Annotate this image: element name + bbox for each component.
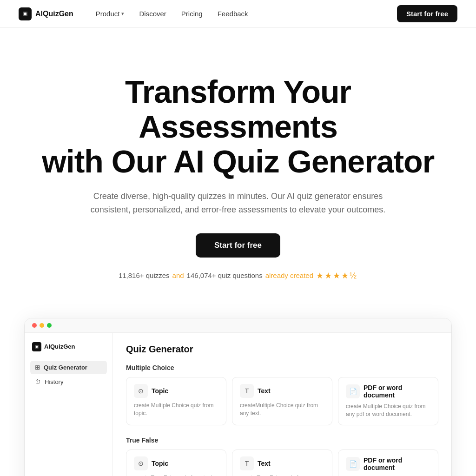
mc-pdf-title: PDF or word document [364, 384, 430, 399]
tf-topic-card[interactable]: ⊙ Topic create True False quiz from topi… [126, 450, 226, 476]
tf-pdf-card[interactable]: 📄 PDF or word document create True False… [338, 450, 438, 476]
stats-suffix: already created [265, 271, 313, 279]
logo[interactable]: AIQuizGen [19, 7, 73, 20]
logo-icon [19, 7, 32, 20]
app-sidebar: AIQuizGen ⊞ Quiz Generator ⏱ History [25, 333, 113, 476]
nav-discover[interactable]: Discover [133, 7, 172, 20]
hero-cta-button[interactable]: Start for free [196, 233, 280, 258]
nav-pricing[interactable]: Pricing [176, 7, 208, 20]
window-minimize-dot [40, 323, 44, 328]
nav-cta-button[interactable]: Start for free [397, 5, 457, 22]
tf-text-title: Text [258, 460, 271, 467]
mc-topic-card[interactable]: ⊙ Topic create Multiple Choice quiz from… [126, 377, 226, 425]
tf-text-card[interactable]: T Text create True False quiz from any t… [232, 450, 332, 476]
clock-icon: ⏱ [35, 378, 41, 385]
window-close-dot [32, 323, 37, 328]
nav-feedback[interactable]: Feedback [212, 7, 254, 20]
mc-text-desc: createMultiple Choice quiz from any text… [240, 402, 324, 417]
app-mockup: AIQuizGen ⊞ Quiz Generator ⏱ History Qui… [24, 318, 452, 476]
mc-topic-desc: create Multiple Choice quiz from topic. [134, 402, 218, 417]
hero-section: Transform Your Assessments with Our AI Q… [29, 28, 447, 309]
sidebar-item-quiz-generator[interactable]: ⊞ Quiz Generator [30, 361, 107, 374]
true-false-cards: ⊙ Topic create True False quiz from topi… [126, 450, 438, 476]
svg-point-1 [36, 346, 38, 348]
hero-headline: Transform Your Assessments with Our AI Q… [38, 74, 438, 178]
mockup-title-bar [25, 318, 451, 333]
tf-pdf-icon: 📄 [346, 457, 360, 471]
window-maximize-dot [47, 323, 52, 328]
navbar: AIQuizGen Product ▾ Discover Pricing Fee… [0, 0, 476, 28]
svg-point-0 [24, 13, 26, 15]
mockup-body: AIQuizGen ⊞ Quiz Generator ⏱ History Qui… [25, 333, 451, 476]
multiple-choice-cards: ⊙ Topic create Multiple Choice quiz from… [126, 377, 438, 425]
tf-topic-icon: ⊙ [134, 456, 148, 470]
tf-topic-desc: create True False quiz from topic. [134, 474, 218, 476]
nav-left: AIQuizGen Product ▾ Discover Pricing Fee… [19, 7, 254, 20]
grid-icon: ⊞ [35, 364, 40, 371]
tf-text-desc: create True False quiz from any text. [240, 474, 324, 476]
sidebar-brand: AIQuizGen [30, 340, 107, 353]
mockup-wrapper: AIQuizGen ⊞ Quiz Generator ⏱ History Qui… [6, 309, 470, 476]
mc-text-title: Text [258, 387, 271, 395]
stats-quizzes: 11,816+ quizzes [119, 271, 170, 279]
mc-text-card[interactable]: T Text createMultiple Choice quiz from a… [232, 377, 332, 425]
stats-questions: 146,074+ quiz questions [187, 271, 263, 279]
mc-pdf-card[interactable]: 📄 PDF or word document create Multiple C… [338, 377, 438, 425]
nav-product[interactable]: Product ▾ [90, 7, 130, 20]
mc-topic-title: Topic [152, 387, 168, 395]
tf-topic-title: Topic [152, 460, 168, 467]
stats-and: and [172, 271, 184, 279]
tf-pdf-title: PDF or word document [364, 456, 430, 471]
text-icon: T [240, 384, 254, 398]
app-main-content: Quiz Generator Multiple Choice ⊙ Topic c… [113, 333, 451, 476]
star-rating: ★★★★½ [316, 271, 357, 281]
sidebar-item-history[interactable]: ⏱ History [30, 375, 107, 389]
nav-links: Product ▾ Discover Pricing Feedback [90, 7, 254, 20]
hero-subtext: Create diverse, high-quality quizzes in … [75, 190, 401, 217]
logo-text: AIQuizGen [35, 10, 73, 18]
tf-text-icon: T [240, 456, 254, 470]
page-title: Quiz Generator [126, 344, 438, 355]
sidebar-logo-icon [32, 342, 41, 351]
category-multiple-choice: Multiple Choice [126, 364, 438, 371]
chevron-down-icon: ▾ [121, 11, 124, 17]
hero-stats: 11,816+ quizzes and 146,074+ quiz questi… [38, 271, 438, 281]
category-true-false: True False [126, 436, 438, 444]
topic-icon: ⊙ [134, 384, 148, 398]
pdf-icon: 📄 [346, 384, 360, 398]
mc-pdf-desc: create Multiple Choice quiz from any pdf… [346, 403, 430, 418]
